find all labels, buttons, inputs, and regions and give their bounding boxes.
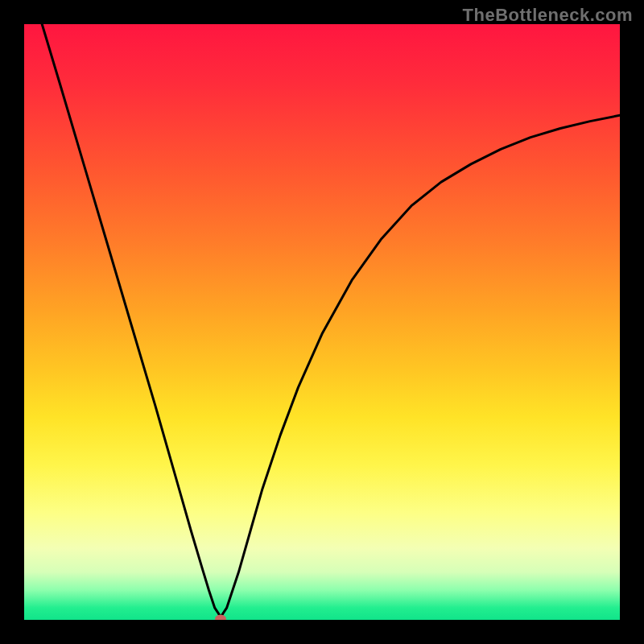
curve-svg — [24, 24, 620, 620]
bottleneck-curve — [42, 24, 620, 617]
watermark-text: TheBottleneck.com — [463, 5, 633, 26]
chart-frame: TheBottleneck.com — [0, 0, 644, 644]
optimal-point-marker — [215, 614, 226, 620]
plot-area — [24, 24, 620, 620]
